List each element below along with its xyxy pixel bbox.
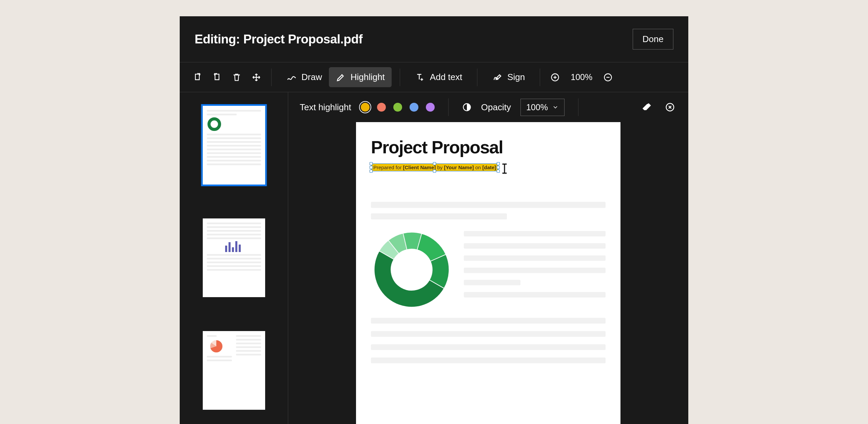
editing-title: Editing: Project Proposal.pdf: [195, 32, 362, 46]
selection-handle[interactable]: [370, 170, 373, 173]
text-cursor-icon: [501, 163, 508, 175]
opacity-label: Opacity: [481, 102, 511, 113]
bar-chart-icon: [225, 241, 261, 252]
page-thumbnail-2[interactable]: [203, 218, 265, 297]
highlight-color-swatches: [361, 103, 435, 112]
zoom-level: 100%: [571, 72, 592, 82]
main-area: Text highlight Opacity 100%: [288, 92, 688, 424]
add-text-label: Add text: [430, 72, 462, 82]
done-button[interactable]: Done: [633, 29, 673, 50]
placeholder-paragraph: [464, 229, 606, 304]
swatch-green[interactable]: [393, 103, 402, 112]
page-tools-group: [191, 68, 263, 87]
highlight-label: Highlight: [351, 72, 385, 82]
pdf-editor-window: Editing: Project Proposal.pdf Done Draw: [180, 16, 688, 424]
delete-page-button[interactable]: [230, 71, 243, 84]
placeholder-paragraph: [371, 202, 606, 219]
zoom-in-button[interactable]: [548, 71, 562, 84]
header-bar: Editing: Project Proposal.pdf Done: [180, 16, 688, 62]
swatch-purple[interactable]: [426, 103, 435, 112]
highlight-options-toolbar: Text highlight Opacity 100%: [288, 92, 688, 122]
move-page-button[interactable]: [250, 71, 263, 84]
selection-handle[interactable]: [433, 162, 436, 165]
pie-chart-icon: [210, 340, 222, 352]
chart-row: [371, 229, 606, 310]
highlight-right-tools: [640, 100, 677, 114]
page-thumbnail-sidebar[interactable]: [180, 92, 288, 424]
document-title: Project Proposal: [371, 137, 606, 157]
opacity-icon: [462, 102, 472, 112]
workspace: Text highlight Opacity 100%: [180, 92, 688, 424]
toolbar-separator: [271, 69, 272, 86]
draw-tool-button[interactable]: Draw: [280, 67, 329, 87]
primary-toolbar: Draw Highlight Add text Sign 100%: [180, 62, 688, 92]
swatch-yellow[interactable]: [361, 103, 370, 112]
opacity-select[interactable]: 100%: [520, 99, 565, 116]
toolbar-separator: [477, 69, 477, 86]
page-thumbnail-3[interactable]: [203, 331, 265, 410]
sign-tool-button[interactable]: Sign: [486, 67, 532, 87]
page-viewport[interactable]: Project Proposal Prepared for [Client Na…: [288, 122, 688, 424]
zoom-group: 100%: [548, 68, 615, 87]
selection-handle[interactable]: [497, 170, 500, 173]
toolbar-separator: [448, 98, 449, 116]
highlight-tool-button[interactable]: Highlight: [329, 67, 392, 87]
selection-handle[interactable]: [497, 166, 500, 169]
toolbar-separator: [578, 98, 578, 116]
sign-label: Sign: [507, 72, 525, 82]
page-thumbnail-1[interactable]: [203, 106, 265, 185]
opacity-value: 100%: [526, 102, 548, 112]
selection-handle[interactable]: [497, 162, 500, 165]
clear-highlight-button[interactable]: [663, 100, 677, 114]
selection-handle[interactable]: [370, 162, 373, 165]
rotate-ccw-button[interactable]: [210, 71, 224, 84]
donut-chart-icon: [208, 117, 221, 131]
donut-chart: [371, 229, 452, 310]
zoom-out-button[interactable]: [601, 71, 615, 84]
selection-handle[interactable]: [370, 166, 373, 169]
placeholder-paragraph: [371, 318, 606, 363]
toolbar-separator: [540, 69, 540, 86]
document-page[interactable]: Project Proposal Prepared for [Client Na…: [356, 122, 620, 424]
highlighted-text-selection[interactable]: Prepared for [Client Name] by [Your Name…: [371, 163, 498, 171]
toolbar-separator: [400, 69, 400, 86]
swatch-coral[interactable]: [377, 103, 386, 112]
selection-handle[interactable]: [433, 170, 436, 173]
text-highlight-label: Text highlight: [300, 102, 351, 113]
draw-label: Draw: [301, 72, 322, 82]
rotate-cw-button[interactable]: [191, 71, 204, 84]
add-text-tool-button[interactable]: Add text: [408, 67, 469, 87]
eraser-button[interactable]: [640, 100, 654, 114]
swatch-blue[interactable]: [410, 103, 418, 112]
chevron-down-icon: [552, 104, 559, 111]
